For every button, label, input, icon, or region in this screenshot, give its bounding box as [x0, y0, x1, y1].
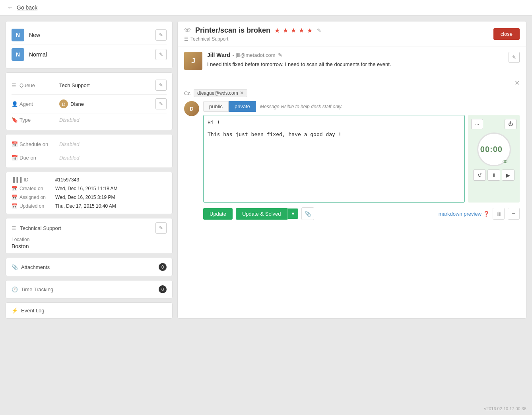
- tab-row: public private Message visible to help d…: [203, 101, 520, 112]
- attach-button[interactable]: 📎: [301, 207, 314, 220]
- attachments-title: 📎 Attachments: [12, 264, 50, 270]
- message-edit-area: ✎: [509, 52, 520, 63]
- id-icon: ▐▐▐: [12, 177, 22, 183]
- ticket-stars: ★ ★ ★ ★ ★: [274, 27, 313, 34]
- update-solved-split: Update & Solved ▼: [236, 208, 298, 220]
- assigned-row: 📅 Assigned on Wed, Dec 16, 2015 3:19 PM: [12, 193, 167, 202]
- event-log-section: ⚡ Event Log: [6, 303, 172, 318]
- custom-fields-header: ☰ Technical Support ✎: [12, 222, 167, 234]
- timer-display: 00:00: [480, 145, 503, 154]
- timer-power-button[interactable]: ⏻: [505, 119, 516, 129]
- support-icon: ☰: [12, 225, 16, 231]
- schedule-section: 📅 Schedule on Disabled 📅 Due on Disabled: [6, 134, 172, 168]
- top-bar: ← Go back: [0, 0, 532, 16]
- status-card: N New ✎ N Normal ✎: [6, 21, 173, 68]
- composer-avatar: D: [184, 101, 199, 116]
- time-tracking-card: 🕐 Time Tracking 0: [6, 280, 173, 298]
- agent-avatar: [59, 99, 68, 108]
- type-icon: 🔖: [12, 117, 19, 123]
- ticket-title-row: 👁 Printer/scan is broken ★ ★ ★ ★ ★ ✎: [184, 26, 321, 35]
- queue-row: ☰ Queue Tech Support ✎: [12, 76, 167, 95]
- cc-remove-button[interactable]: ✕: [240, 90, 244, 96]
- updated-key: 📅 Updated on: [12, 203, 55, 209]
- status-label-new: New: [29, 32, 155, 38]
- update-solved-button[interactable]: Update & Solved: [236, 208, 287, 220]
- timer-pause-button[interactable]: ⏸: [487, 170, 500, 181]
- delete-button[interactable]: 🗑: [493, 208, 505, 220]
- go-back-link[interactable]: Go back: [17, 4, 37, 11]
- schedule-icon: 📅: [12, 141, 19, 147]
- id-value: #11597343: [55, 177, 79, 183]
- clock-icon: 🕐: [12, 286, 18, 292]
- info-card: ☰ Queue Tech Support ✎ 👤 Agent Diane ✎ 🔖: [6, 72, 173, 130]
- queue-icon: ☰: [12, 82, 19, 88]
- agent-key: Agent: [19, 101, 59, 107]
- status-badge-normal: N: [12, 48, 24, 61]
- created-key: 📅 Created on: [12, 186, 55, 191]
- timer-options-button[interactable]: ···: [471, 119, 483, 129]
- due-value: Disabled: [59, 155, 167, 161]
- attachments-section: 📎 Attachments 0: [6, 258, 172, 276]
- due-row: 📅 Due on Disabled: [12, 151, 167, 164]
- collapse-button[interactable]: −: [508, 208, 520, 220]
- edit-sender-icon[interactable]: ✎: [278, 52, 282, 58]
- update-button[interactable]: Update: [203, 208, 233, 220]
- type-value: Disabled: [59, 117, 167, 123]
- attach-icon: 📎: [12, 264, 18, 270]
- type-key: Type: [19, 117, 59, 123]
- back-arrow-icon: ←: [7, 4, 14, 11]
- edit-title-icon[interactable]: ✎: [317, 27, 321, 33]
- due-key: Due on: [19, 155, 59, 161]
- markdown-preview-link[interactable]: markdown preview ❓: [439, 211, 489, 217]
- edit-message-button[interactable]: ✎: [509, 52, 520, 63]
- event-log-title: ⚡ Event Log: [12, 308, 45, 314]
- status-label-normal: Normal: [29, 51, 155, 58]
- message-text: I need this fixed before tomorrow. I nee…: [207, 60, 504, 68]
- created-icon: 📅: [12, 186, 17, 191]
- message-area: J Jill Ward - jill@metadot.com ✎ I need …: [178, 47, 526, 75]
- close-reply-button[interactable]: ✕: [184, 79, 520, 87]
- agent-row: 👤 Agent Diane ✎: [12, 95, 167, 113]
- timer-bottom-buttons: ↺ ⏸ ▶: [473, 170, 515, 181]
- updated-icon: 📅: [12, 203, 17, 209]
- message-editor[interactable]: Hi ! This has just been fixed, have a go…: [203, 115, 465, 203]
- attachments-card: 📎 Attachments 0: [6, 258, 173, 276]
- timer-play-button[interactable]: ▶: [502, 170, 515, 181]
- update-solved-dropdown-button[interactable]: ▼: [287, 208, 299, 219]
- eye-icon: 👁: [184, 26, 191, 35]
- tab-public-button[interactable]: public: [203, 101, 229, 112]
- bolt-icon: ⚡: [12, 308, 18, 314]
- meta-section: ▐▐▐ ID #11597343 📅 Created on Wed, Dec 1…: [6, 172, 172, 214]
- created-value: Wed, Dec 16, 2015 11:18 AM: [55, 186, 118, 191]
- queue-key: Queue: [19, 82, 59, 88]
- assigned-value: Wed, Dec 16, 2015 3:19 PM: [55, 195, 115, 200]
- type-row: 🔖 Type Disabled: [12, 113, 167, 127]
- ticket-type-badge: ☰ Technical Support: [184, 36, 321, 42]
- meta-card: ▐▐▐ ID #11597343 📅 Created on Wed, Dec 1…: [6, 172, 173, 214]
- timer-reset-button[interactable]: ↺: [473, 170, 486, 181]
- edit-status-normal-button[interactable]: ✎: [155, 49, 167, 60]
- status-badge-new: N: [12, 29, 24, 41]
- action-bar: Update Update & Solved ▼ 📎 markdown prev…: [184, 207, 520, 220]
- main-content: N New ✎ N Normal ✎ ☰ Queue Tech Support …: [0, 16, 532, 324]
- queue-value: Tech Support: [59, 82, 155, 88]
- ticket-title-area: 👁 Printer/scan is broken ★ ★ ★ ★ ★ ✎ ☰ T…: [184, 26, 321, 42]
- edit-queue-button[interactable]: ✎: [155, 80, 167, 91]
- version-text: v2016.02.10.17.00.36: [484, 406, 526, 411]
- close-ticket-button[interactable]: close: [493, 28, 520, 40]
- left-panel: N New ✎ N Normal ✎ ☰ Queue Tech Support …: [6, 21, 173, 319]
- status-section: N New ✎ N Normal ✎: [6, 21, 172, 68]
- cc-label: Cc: [184, 90, 190, 96]
- edit-agent-button[interactable]: ✎: [155, 98, 167, 109]
- type-icon-ticket: ☰: [184, 36, 188, 42]
- timer-ms: 00: [503, 159, 507, 164]
- reply-area: ✕ Cc dteague@wds.com ✕ D public private …: [178, 75, 526, 224]
- edit-status-new-button[interactable]: ✎: [155, 29, 167, 41]
- tab-private-button[interactable]: private: [229, 101, 256, 112]
- id-row: ▐▐▐ ID #11597343: [12, 175, 167, 184]
- schedule-card: 📅 Schedule on Disabled 📅 Due on Disabled: [6, 134, 173, 168]
- tab-hint: Message visible to help desk staff only.: [260, 104, 342, 109]
- due-icon: 📅: [12, 155, 19, 161]
- reply-composer: D public private Message visible to help…: [184, 101, 520, 203]
- edit-custom-fields-button[interactable]: ✎: [155, 222, 167, 234]
